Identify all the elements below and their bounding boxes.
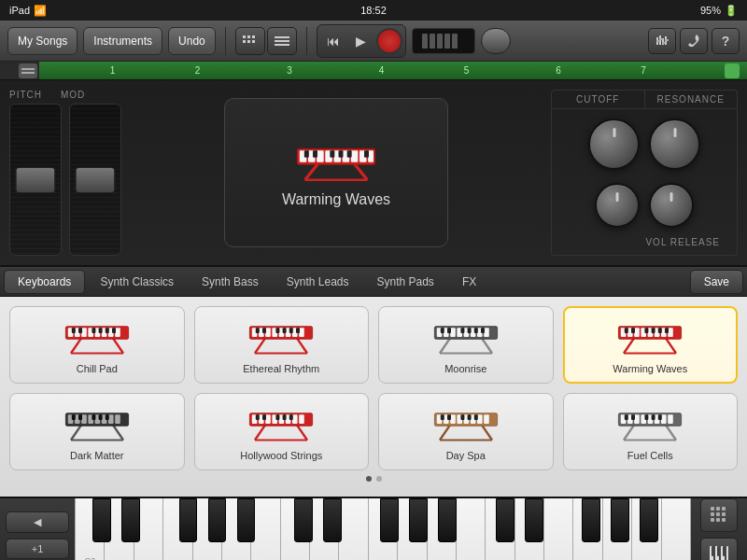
undo-button[interactable]: Undo [168,27,216,55]
svg-rect-159 [477,414,483,424]
cutoff-env-knob[interactable] [595,183,640,228]
play-button[interactable]: ▶ [348,29,374,53]
black-key-ds[interactable] [121,498,140,542]
svg-rect-91 [441,328,444,333]
page-dot-1[interactable] [366,476,372,482]
svg-rect-2 [252,35,255,38]
keyboard-layout-button[interactable] [700,538,738,560]
octave-down-button[interactable]: ◀ [6,511,69,533]
main-content: My Songs Instruments Undo ⏮ ▶ [0,21,747,560]
black-key-ds2[interactable] [323,498,342,542]
svg-rect-195 [726,546,728,560]
black-key-as[interactable] [237,498,256,542]
black-key-fs[interactable] [179,498,198,542]
tab-fx[interactable]: FX [449,270,489,294]
white-key-e3[interactable] [544,498,573,560]
svg-rect-85 [450,328,456,337]
view-group [235,27,297,55]
svg-rect-191 [722,518,726,522]
preset-moonrise[interactable]: Moonrise [378,306,554,384]
svg-rect-103 [634,328,640,337]
grid-view-button[interactable] [235,27,265,55]
black-key-cs3[interactable] [496,498,514,542]
resonance-knob[interactable] [649,119,700,170]
black-key-fs3[interactable] [582,498,600,542]
svg-rect-186 [711,512,714,516]
tab-synth-classics[interactable]: Synth Classics [87,270,187,294]
mod-slider-handle[interactable] [75,167,115,193]
preset-warming-waves[interactable]: Warming Waves [563,306,739,384]
black-key-cs[interactable] [92,498,111,542]
preset-chill-pad[interactable]: Chill Pad [9,306,185,384]
preset-fuel-cells[interactable]: Fuel Cells [563,393,739,470]
black-key-gs2[interactable] [409,498,428,542]
tab-synth-pads[interactable]: Synth Pads [364,270,447,294]
record-button[interactable] [376,28,402,54]
mod-slider[interactable] [69,104,121,256]
svg-rect-54 [115,328,120,337]
preset-hollywood-strings-name: Hollywood Strings [240,450,322,461]
black-key-cs2[interactable] [294,498,313,542]
black-key-ds3[interactable] [525,498,543,542]
preset-day-spa-name: Day Spa [446,450,486,461]
piano-keyboard[interactable]: C3 [75,498,691,560]
svg-rect-187 [716,512,720,516]
timeline-end-marker[interactable] [725,63,740,78]
svg-rect-77 [289,328,293,333]
svg-rect-1 [247,35,250,38]
preset-day-spa[interactable]: Day Spa [378,393,554,470]
instruments-button[interactable]: Instruments [83,27,162,55]
bottom-knobs-row [559,178,729,234]
tab-synth-leads[interactable]: Synth Leads [274,270,362,294]
preset-ethereal-rhythm-icon [244,315,318,357]
white-key-b2[interactable] [457,498,486,560]
octave-plus-button[interactable]: +1 [6,539,69,559]
svg-rect-178 [625,414,628,420]
svg-rect-37 [304,150,309,158]
svg-rect-42 [364,150,369,158]
black-key-as3[interactable] [640,498,658,542]
preset-dark-matter[interactable]: Dark Matter [9,393,185,470]
my-songs-button[interactable]: My Songs [7,27,78,55]
preset-warming-waves-icon [613,315,687,357]
black-key-gs3[interactable] [611,498,629,542]
black-key-as2[interactable] [438,498,457,542]
tab-save[interactable]: Save [690,270,743,294]
svg-rect-185 [722,507,726,511]
svg-rect-190 [716,518,720,522]
preset-ethereal-rhythm[interactable]: Ethereal Rhythm [194,306,370,384]
svg-rect-142 [292,414,298,424]
cutoff-knob[interactable] [588,119,640,170]
pitch-slider[interactable] [9,104,62,256]
list-view-button[interactable] [267,27,297,55]
tab-keyboards[interactable]: Keyboards [4,270,85,294]
help-icon-button[interactable]: ? [712,28,740,54]
black-key-gs[interactable] [208,498,227,542]
svg-rect-30 [317,150,324,162]
resonance-env-knob[interactable] [649,183,694,228]
page-dot-2[interactable] [376,476,382,482]
wrench-icon-button[interactable] [680,28,708,54]
preset-ethereal-rhythm-name: Ethereal Rhythm [243,363,319,374]
svg-rect-179 [631,414,635,420]
arpeggio-button[interactable] [700,498,738,532]
pitch-slider-handle[interactable] [15,167,55,193]
svg-rect-130 [98,414,102,420]
rewind-button[interactable]: ⏮ [320,29,346,53]
black-key-fs2[interactable] [380,498,399,542]
timeline-settings-button[interactable] [19,63,37,78]
tab-synth-bass[interactable]: Synth Bass [189,270,272,294]
slider-group [9,104,121,256]
svg-rect-0 [243,35,246,38]
timeline-track[interactable]: 1 2 3 4 5 6 7 [39,62,747,79]
preset-fuel-cells-icon [613,402,687,444]
white-key-b[interactable] [251,498,280,560]
preset-hollywood-strings[interactable]: Hollywood Strings [194,393,370,470]
white-key-b3[interactable] [662,498,691,560]
master-knob[interactable] [481,28,511,54]
svg-rect-176 [661,414,667,424]
svg-rect-113 [658,328,662,333]
white-key-e2[interactable] [339,498,368,560]
mixer-icon-button[interactable] [648,28,676,54]
svg-rect-161 [441,414,444,420]
